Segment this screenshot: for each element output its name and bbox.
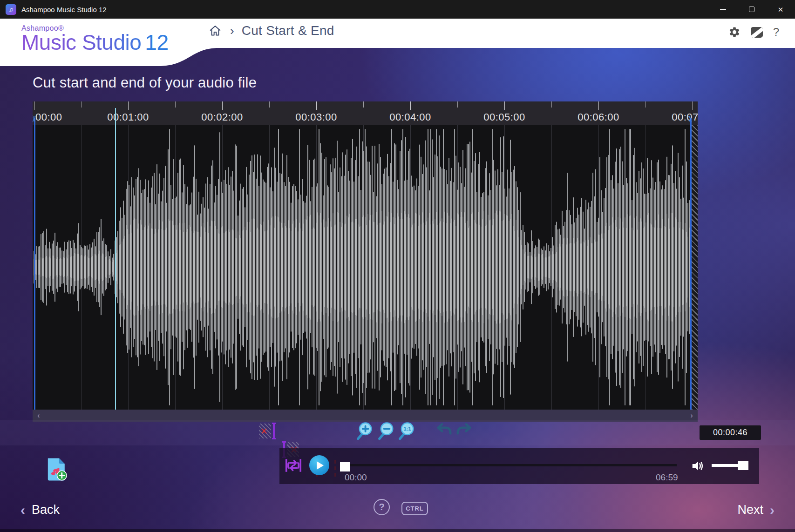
ruler-tick bbox=[693, 101, 693, 110]
app-icon: ♫ bbox=[6, 4, 16, 15]
ruler-tick bbox=[410, 101, 411, 110]
volume-slider-handle[interactable] bbox=[738, 461, 748, 470]
elapsed-time: 00:00 bbox=[345, 472, 367, 483]
close-icon: ✕ bbox=[778, 6, 784, 13]
end-scissors-icon[interactable]: ✂ bbox=[685, 115, 695, 123]
feedback-icon[interactable] bbox=[751, 27, 763, 38]
ruler-label: 00:05:00 bbox=[483, 111, 525, 123]
ruler-tick bbox=[363, 101, 364, 108]
keyboard-help-label: ? bbox=[379, 502, 384, 512]
start-scissors-icon[interactable]: ✂ bbox=[33, 115, 39, 123]
ruler-label: 00:00 bbox=[35, 111, 62, 123]
back-label: Back bbox=[32, 503, 60, 517]
ruler-label: 00:02:00 bbox=[201, 111, 243, 123]
ruler-tick bbox=[269, 101, 270, 108]
player-bar: 00:00 06:59 bbox=[279, 448, 759, 484]
ruler-tick bbox=[316, 101, 317, 110]
loop-selection-icon[interactable] bbox=[285, 458, 302, 473]
playback-progress-handle[interactable] bbox=[340, 462, 350, 471]
undo-button[interactable] bbox=[436, 422, 453, 438]
scroll-left-icon[interactable]: ‹ bbox=[37, 411, 40, 420]
next-button[interactable]: Next › bbox=[731, 503, 775, 517]
cut-region-hatch bbox=[692, 125, 698, 410]
ctrl-key-icon[interactable]: CTRL bbox=[401, 502, 428, 515]
app-logo: Ashampoo® Music Studio12 bbox=[21, 24, 169, 53]
ruler-tick bbox=[646, 101, 646, 108]
app-window: ♫ Ashampoo Music Studio 12 ✕ Ashampoo® M… bbox=[0, 0, 795, 532]
cut-before-start-button[interactable]: ✕ bbox=[259, 422, 279, 440]
playback-progress-track[interactable] bbox=[343, 464, 677, 466]
waveform-panel: 00:0000:01:0000:02:0000:03:0000:04:0000:… bbox=[33, 101, 698, 410]
end-cut-marker[interactable] bbox=[690, 118, 692, 410]
window-bottom-edge bbox=[0, 529, 795, 532]
close-button[interactable]: ✕ bbox=[766, 0, 795, 19]
total-time: 06:59 bbox=[656, 472, 678, 483]
ruler-label: 00:01:00 bbox=[107, 111, 149, 123]
start-cut-marker[interactable] bbox=[34, 118, 35, 410]
back-button[interactable]: ‹ Back bbox=[20, 503, 66, 517]
logo-product: Music Studio bbox=[21, 30, 141, 54]
maximize-button[interactable] bbox=[737, 0, 766, 19]
ruler-tick bbox=[81, 101, 82, 108]
ruler-tick bbox=[175, 101, 176, 108]
ruler-tick bbox=[128, 101, 129, 110]
settings-gear-icon[interactable] bbox=[728, 26, 741, 38]
zoom-1-1-button[interactable]: 1:1 bbox=[398, 422, 415, 440]
svg-text:1:1: 1:1 bbox=[404, 426, 411, 431]
home-icon[interactable] bbox=[209, 24, 222, 37]
window-title: Ashampoo Music Studio 12 bbox=[21, 6, 107, 13]
scroll-right-icon[interactable]: › bbox=[690, 411, 693, 420]
ctrl-key-label: CTRL bbox=[406, 505, 424, 512]
time-ruler[interactable]: 00:0000:01:0000:02:0000:03:0000:04:0000:… bbox=[33, 101, 698, 125]
ruler-tick bbox=[457, 101, 458, 108]
maximize-icon bbox=[749, 7, 754, 12]
ruler-tick bbox=[598, 101, 599, 110]
next-chevron-icon: › bbox=[770, 503, 775, 517]
waveform-display[interactable] bbox=[33, 125, 698, 410]
add-music-file-icon[interactable] bbox=[46, 457, 68, 482]
cut-before-marker-bar bbox=[273, 423, 275, 439]
breadcrumb: › Cut Start & End bbox=[209, 23, 334, 38]
page-title: Cut start and end of your audio file bbox=[33, 74, 257, 91]
ruler-label: 00:03:00 bbox=[295, 111, 337, 123]
volume-speaker-icon[interactable] bbox=[691, 459, 705, 472]
breadcrumb-chevron-icon: › bbox=[230, 24, 234, 38]
help-icon[interactable]: ? bbox=[773, 26, 779, 39]
minimize-icon bbox=[720, 9, 726, 10]
play-icon bbox=[317, 461, 324, 470]
waveform-canvas[interactable] bbox=[33, 125, 698, 410]
zoom-in-button[interactable] bbox=[356, 422, 374, 440]
playhead-line[interactable] bbox=[115, 108, 116, 410]
ruler-tick bbox=[504, 101, 505, 110]
redo-button[interactable] bbox=[455, 422, 472, 438]
ruler-tick bbox=[551, 101, 552, 108]
next-label: Next bbox=[737, 503, 763, 517]
back-chevron-icon: ‹ bbox=[20, 503, 25, 517]
ruler-label: 00:06:00 bbox=[578, 111, 619, 123]
title-bar: ♫ Ashampoo Music Studio 12 ✕ bbox=[0, 0, 795, 19]
ruler-tick bbox=[222, 101, 223, 110]
zoom-out-button[interactable] bbox=[377, 422, 395, 440]
selection-time-display: 00:00:46 bbox=[700, 425, 761, 440]
page-breadcrumb-title: Cut Start & End bbox=[242, 23, 334, 38]
logo-version: 12 bbox=[145, 30, 168, 54]
ruler-label: 00:04:00 bbox=[389, 111, 431, 123]
keyboard-help-button[interactable]: ? bbox=[374, 499, 390, 515]
ruler-tick bbox=[34, 101, 34, 110]
minimize-button[interactable] bbox=[708, 0, 737, 19]
play-button[interactable] bbox=[309, 455, 329, 475]
cut-before-x-icon: ✕ bbox=[260, 426, 268, 437]
